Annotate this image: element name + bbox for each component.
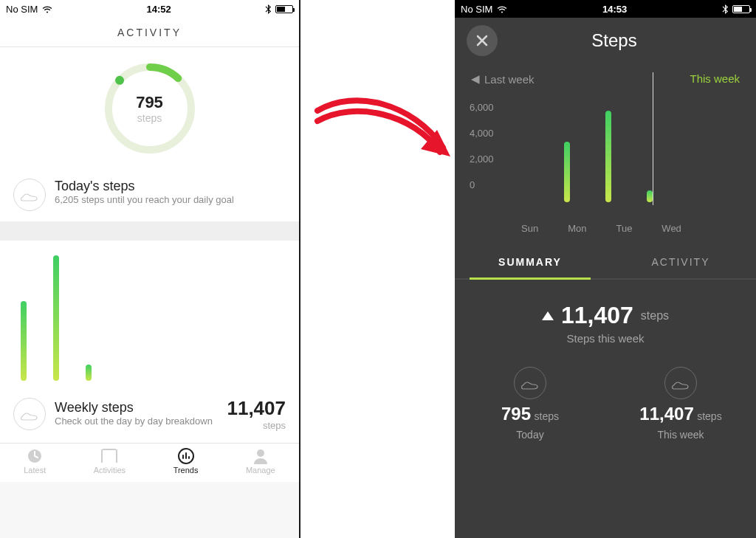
page-title: ACTIVITY [0, 18, 299, 47]
phone-right: No SIM 14:53 Steps ◀ Last week This week [455, 0, 756, 538]
chevron-left-icon: ◀ [471, 72, 480, 86]
tab-manage[interactable]: Manage [246, 448, 275, 475]
weekly-value: 11,407 [227, 397, 286, 420]
phone-left: No SIM 14:52 ACTIVITY 795 steps [0, 0, 300, 538]
clock-label: 14:53 [602, 4, 627, 15]
week-navigation: ◀ Last week This week [455, 63, 756, 92]
weekly-mini-chart[interactable] [0, 241, 299, 388]
week-value: 11,407 [639, 404, 693, 424]
shoe-icon [514, 367, 546, 399]
weekly-title: Weekly steps [55, 400, 218, 415]
x-label: Mon [568, 223, 586, 234]
week-stat[interactable]: 11,407 steps This week [605, 367, 756, 441]
y-tick: 6,000 [470, 94, 508, 120]
today-value: 795 [501, 404, 531, 424]
svg-rect-5 [116, 449, 117, 463]
chart-bar [647, 190, 653, 202]
week-unit: steps [697, 410, 721, 422]
ring-label: steps [137, 112, 162, 124]
carrier-label: No SIM [461, 4, 492, 15]
status-bar: No SIM 14:52 [0, 0, 299, 18]
weekly-sub: Check out the day by day breakdown [55, 415, 218, 428]
summary-value: 11,407 [561, 302, 633, 329]
x-label: Sun [521, 223, 538, 234]
tab-latest[interactable]: Latest [24, 448, 46, 475]
mini-bar [53, 255, 59, 381]
week-label: This week [657, 429, 704, 441]
summary-block: 11,407 steps Steps this week [455, 280, 756, 358]
today-stat[interactable]: 795 steps Today [455, 367, 605, 441]
shoe-icon [13, 179, 46, 211]
shoe-icon [664, 367, 697, 399]
chart-bar [564, 142, 570, 202]
ring-value: 795 [136, 93, 163, 112]
stats-row: 795 steps Today 11,407 steps This week [455, 358, 756, 455]
weekly-steps-row[interactable]: Weekly steps Check out the day by day br… [0, 388, 299, 444]
wifi-icon [497, 5, 507, 13]
battery-icon [732, 5, 750, 13]
trends-icon [178, 448, 194, 464]
x-label: Tue [616, 223, 632, 234]
tab-activity[interactable]: ACTIVITY [605, 246, 756, 278]
todays-steps-row[interactable]: Today's steps 6,205 steps until you reac… [0, 168, 299, 221]
progress-ring: 795 steps [102, 61, 198, 156]
y-tick: 0 [470, 172, 508, 198]
current-week-label: This week [690, 72, 740, 86]
bluetooth-icon [265, 4, 271, 14]
screenshot-gap [302, 0, 455, 538]
today-label: Today [516, 429, 543, 441]
finish-flag-icon [100, 448, 119, 464]
battery-icon [275, 5, 293, 13]
summary-caption: Steps this week [455, 332, 756, 345]
svg-point-7 [257, 449, 264, 457]
trend-up-icon [542, 311, 554, 320]
tab-trends[interactable]: Trends [173, 448, 199, 475]
mini-bar [86, 365, 92, 381]
detail-title: Steps [484, 30, 744, 51]
clock-icon [27, 448, 43, 464]
segment-tabs: SUMMARY ACTIVITY [455, 246, 756, 280]
chart-bar [605, 111, 611, 202]
detail-header: Steps [455, 18, 756, 63]
today-title: Today's steps [55, 179, 234, 194]
user-icon [252, 448, 269, 464]
weekly-unit: steps [227, 420, 286, 431]
today-unit: steps [535, 410, 559, 422]
section-divider [0, 221, 299, 241]
prev-week-button[interactable]: ◀ Last week [471, 72, 535, 86]
bottom-tab-bar: Latest Activities Trends Manage [0, 444, 299, 482]
summary-unit: steps [641, 309, 669, 323]
tab-summary[interactable]: SUMMARY [455, 246, 605, 278]
steps-chart[interactable]: 6,000 4,000 2,000 0 Sun Mon Tue Wed [455, 92, 756, 246]
clock-label: 14:52 [147, 4, 171, 15]
y-tick: 2,000 [470, 146, 508, 172]
shoe-icon [13, 398, 46, 430]
wifi-icon [42, 5, 52, 13]
status-bar: No SIM 14:53 [455, 0, 756, 18]
bluetooth-icon [722, 4, 728, 14]
svg-rect-4 [101, 449, 103, 463]
tab-activities[interactable]: Activities [94, 448, 126, 475]
carrier-label: No SIM [6, 4, 38, 15]
steps-ring-card[interactable]: 795 steps [0, 47, 299, 168]
x-label: Wed [662, 223, 681, 234]
y-tick: 4,000 [470, 120, 508, 146]
today-sub: 6,205 steps until you reach your daily g… [55, 194, 234, 207]
mini-bar [21, 301, 27, 381]
